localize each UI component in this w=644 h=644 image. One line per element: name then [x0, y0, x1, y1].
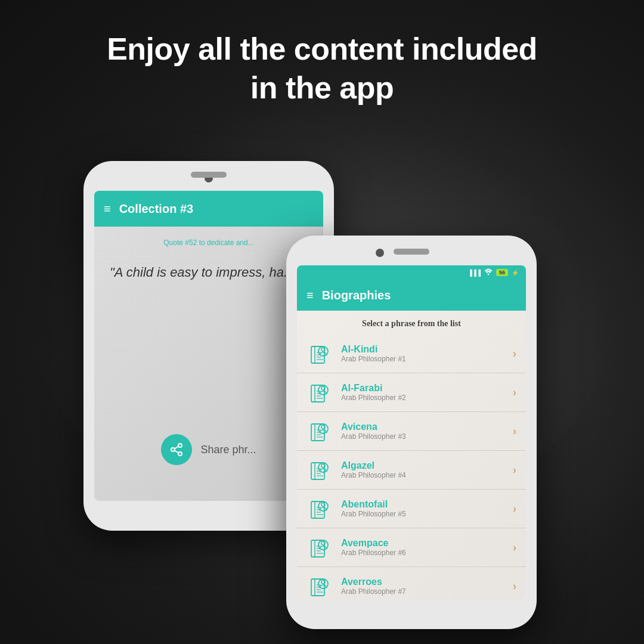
front-phone-camera [376, 249, 384, 257]
philosopher-subtitle: Arab Philosopher #4 [341, 471, 504, 479]
header-line2: in the app [36, 69, 608, 107]
philosopher-icon [306, 534, 333, 561]
list-item-text: Abentofail Arab Philosopher #5 [341, 499, 504, 518]
back-phone-speaker [191, 172, 227, 178]
list-item-text: Averroes Arab Philosopher #7 [341, 577, 504, 596]
philosopher-name: Abentofail [341, 499, 504, 510]
list-item-text: Al-Farabi Arab Philosopher #2 [341, 383, 504, 402]
svg-point-0 [178, 444, 182, 447]
philosopher-name: Algazel [341, 460, 504, 471]
philosopher-subtitle: Arab Philosopher #3 [341, 432, 504, 441]
list-item-arrow: › [513, 348, 516, 360]
philosopher-subtitle: Arab Philosopher #6 [341, 549, 504, 557]
share-button[interactable] [161, 434, 192, 465]
svg-point-5 [488, 274, 490, 275]
biographies-list: Al-Kindi Arab Philosopher #1 › Al-Farab [297, 335, 526, 599]
battery-lightning: ⚡ [512, 270, 519, 276]
front-menu-icon[interactable]: ≡ [306, 289, 314, 302]
philosopher-name: Al-Kindi [341, 344, 504, 355]
svg-point-2 [178, 452, 182, 456]
list-item-text: Avempace Arab Philosopher #6 [341, 538, 504, 557]
svg-line-4 [175, 447, 179, 449]
front-phone-screen: ▐▐▐ 56 ⚡ ≡ Biographies Select a phrase f… [297, 265, 526, 599]
philosopher-name: Avempace [341, 538, 504, 549]
header-section: Enjoy all the content included in the ap… [0, 18, 644, 119]
philosopher-icon [306, 340, 333, 367]
list-item-arrow: › [513, 503, 516, 515]
list-header: Select a phrase from the list [297, 311, 526, 335]
philosopher-icon [306, 418, 333, 444]
back-screen-header: ≡ Collection #3 [94, 191, 323, 227]
front-screen-header: ≡ Biographies [297, 280, 526, 311]
share-label: Share phr... [200, 444, 256, 456]
list-item[interactable]: Al-Kindi Arab Philosopher #1 › [297, 335, 526, 373]
list-item[interactable]: Averroes Arab Philosopher #7 › [297, 567, 526, 599]
list-item-arrow: › [513, 464, 516, 476]
philosopher-icon [306, 496, 333, 522]
svg-point-1 [171, 448, 175, 451]
list-item[interactable]: Avempace Arab Philosopher #6 › [297, 528, 526, 567]
list-item-text: Algazel Arab Philosopher #4 [341, 460, 504, 479]
signal-icon: ▐▐▐ [468, 270, 481, 276]
list-item-text: Al-Kindi Arab Philosopher #1 [341, 344, 504, 363]
philosopher-subtitle: Arab Philosopher #1 [341, 355, 504, 363]
back-menu-icon[interactable]: ≡ [104, 202, 111, 216]
philosopher-name: Al-Farabi [341, 383, 504, 394]
philosopher-icon [306, 573, 333, 599]
list-item-arrow: › [513, 386, 516, 399]
list-item-arrow: › [513, 425, 516, 438]
list-item[interactable]: Al-Farabi Arab Philosopher #2 › [297, 373, 526, 412]
philosopher-subtitle: Arab Philosopher #2 [341, 394, 504, 402]
battery-indicator: 56 [496, 269, 508, 276]
svg-line-3 [175, 451, 179, 453]
back-screen-title: Collection #3 [119, 202, 193, 216]
philosopher-subtitle: Arab Philosopher #5 [341, 510, 504, 518]
status-bar: ▐▐▐ 56 ⚡ [297, 265, 526, 280]
list-item-text: Avicena Arab Philosopher #3 [341, 422, 504, 441]
philosopher-subtitle: Arab Philosopher #7 [341, 587, 504, 596]
front-screen-title: Biographies [322, 289, 391, 302]
quote-text: "A child is easy to impress, ha... [104, 252, 314, 294]
philosopher-name: Avicena [341, 422, 504, 432]
phone-front: ▐▐▐ 56 ⚡ ≡ Biographies Select a phrase f… [286, 236, 537, 629]
list-item-arrow: › [513, 541, 516, 554]
quote-label: Quote #52 to dedicate and... [104, 234, 314, 252]
philosopher-name: Averroes [341, 577, 504, 587]
list-item[interactable]: Avicena Arab Philosopher #3 › [297, 412, 526, 451]
wifi-icon [484, 268, 493, 277]
list-item[interactable]: Algazel Arab Philosopher #4 › [297, 451, 526, 490]
philosopher-icon [306, 379, 333, 405]
list-item-arrow: › [513, 580, 516, 593]
front-phone-speaker [394, 249, 429, 255]
front-screen-body: Select a phrase from the list Al- [297, 311, 526, 599]
philosopher-icon [306, 457, 333, 483]
header-line1: Enjoy all the content included [36, 30, 608, 69]
list-item[interactable]: Abentofail Arab Philosopher #5 › [297, 490, 526, 528]
